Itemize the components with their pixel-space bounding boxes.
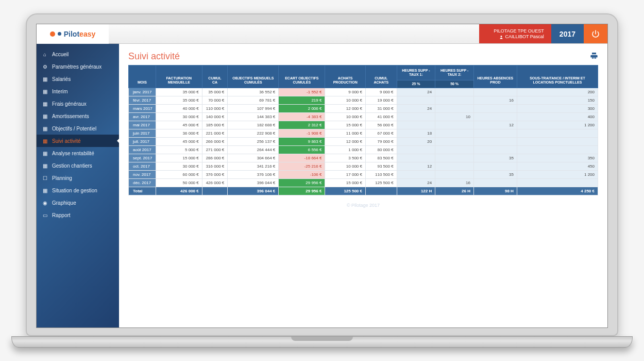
sidebar-item-gestion-chantiers[interactable]: ▦Gestion chantiers (37, 159, 119, 172)
year-selector[interactable]: 2017 (551, 24, 584, 43)
table-row[interactable]: mars 201740 000 €110 000 €107 994 €2 006… (129, 105, 598, 113)
grid-icon: ▦ (42, 88, 48, 94)
table-row[interactable]: avr. 201730 000 €140 000 €144 383 €-4 38… (129, 113, 598, 121)
cell-mois: oct. 2017 (129, 162, 156, 171)
sidebar-item-label: Interim (52, 89, 68, 94)
cell-sous-traitance: 1 200 (517, 121, 598, 129)
cell-mois: nov. 2017 (129, 171, 156, 179)
sidebar-item-situation-gestion[interactable]: ▦Situation de gestion (37, 184, 119, 196)
sidebar-item-frais-generaux[interactable]: ▦Frais généraux (37, 97, 119, 110)
col-sous-traitance[interactable]: SOUS-TRAITANCE / INTERIM ET LOCATIONS PO… (517, 65, 598, 88)
sidebar-item-analyse-rentabilite[interactable]: ▦Analyse rentabilité (37, 147, 119, 159)
grid-icon: ▦ (42, 162, 48, 169)
sidebar-item-graphique[interactable]: ◉Graphique (37, 196, 119, 209)
table-row[interactable]: févr. 201735 000 €70 000 €69 781 €219 €1… (129, 96, 598, 105)
cell-cumul-achats (365, 187, 397, 195)
cell-facturation: 36 000 € (156, 129, 202, 138)
sidebar-item-rapport[interactable]: ▭Rapport (37, 209, 119, 221)
cell-ecart: 9 863 € (279, 138, 325, 146)
cell-objectifs: 69 781 € (228, 96, 279, 105)
cell-objectifs: 396 044 € (228, 179, 279, 187)
col-heures-supp-2[interactable]: HEURES SUPP - TAUX 2: (435, 65, 474, 80)
org-name: PILOTAGE TPE OUEST (486, 28, 544, 34)
cell-facturation: 30 000 € (156, 113, 202, 121)
sidebar-item-salaries[interactable]: ▦Salariés (37, 73, 119, 85)
cell-objectifs: 107 994 € (228, 105, 279, 113)
print-button[interactable] (590, 52, 598, 62)
logout-button[interactable] (584, 24, 607, 43)
table-row[interactable]: juil. 201745 000 €266 000 €256 137 €9 86… (129, 138, 598, 146)
cell-cumul-ca: 35 000 € (202, 88, 228, 96)
table-row[interactable]: déc. 201750 000 €426 000 €396 044 €29 95… (129, 179, 598, 187)
sidebar-item-objectifs-potentiel[interactable]: ▦Objectifs / Potentiel (37, 122, 119, 135)
col-mois[interactable]: MOIS (129, 65, 156, 88)
sidebar-item-label: Graphique (52, 200, 76, 206)
globe-icon: ◉ (42, 200, 48, 206)
cell-achats: 15 000 € (325, 179, 366, 187)
sidebar-item-amortissements[interactable]: ▦Amortissements (37, 110, 119, 122)
cell-objectifs: 36 552 € (228, 88, 279, 96)
sidebar-item-parametres-generaux[interactable]: ⚙Paramètres généraux (37, 60, 119, 73)
cell-achats: 10 000 € (325, 96, 366, 105)
cell-cumul-ca: 266 000 € (202, 138, 228, 146)
cell-achats: 12 000 € (325, 138, 366, 146)
cell-ecart: 29 956 € (279, 179, 325, 187)
table-row[interactable]: mai 201745 000 €185 000 €182 688 €2 312 … (129, 121, 598, 129)
table-row[interactable]: janv. 201735 000 €35 000 €36 552 €-1 552… (129, 88, 598, 96)
table-row[interactable]: nov. 201760 000 €376 000 €376 106 €-106 … (129, 171, 598, 179)
user-icon (499, 35, 503, 39)
cell-heures-absences (473, 105, 517, 113)
sidebar-item-interim[interactable]: ▦Interim (37, 85, 119, 97)
cell-ecart: -4 383 € (279, 113, 325, 121)
sidebar-item-accueil[interactable]: ⌂Accueil (37, 48, 119, 60)
col-achats[interactable]: ACHATS PRODUCTION (325, 65, 366, 88)
cell-cumul-ca: 221 000 € (202, 129, 228, 138)
sidebar-item-planning[interactable]: ☐Planning (37, 172, 119, 184)
subhead-taux1: 25 % (397, 80, 435, 88)
subhead-taux2: 50 % (435, 80, 474, 88)
table-wrap: MOIS FACTURATION MENSUELLE CUMUL CA OBJE… (119, 65, 607, 200)
table-row-total[interactable]: Total426 000 €396 044 €29 956 €125 500 €… (129, 187, 598, 195)
cell-heures-absences (473, 179, 517, 187)
col-heures-absences[interactable]: HEURES ABSENCES PROD (473, 65, 517, 88)
grid-icon: ▦ (42, 113, 48, 119)
col-cumul-achats[interactable]: CUMUL ACHATS (365, 65, 397, 88)
grid-icon: ▦ (42, 187, 48, 193)
cell-mois: sept. 2017 (129, 154, 156, 162)
cell-achats: 10 000 € (325, 162, 366, 171)
cell-cumul-achats: 56 000 € (365, 121, 397, 129)
table-row[interactable]: juin 201736 000 €221 000 €222 908 €-1 90… (129, 129, 598, 138)
cell-mois: mars 2017 (129, 105, 156, 113)
cell-heures-supp-2: 10 (435, 113, 474, 121)
cell-heures-supp-1: 18 (397, 129, 435, 138)
cell-facturation: 60 000 € (156, 171, 202, 179)
gears-icon: ⚙ (42, 63, 48, 70)
cell-cumul-achats: 79 000 € (365, 138, 397, 146)
cell-cumul-achats: 93 500 € (365, 162, 397, 171)
activity-table: MOIS FACTURATION MENSUELLE CUMUL CA OBJE… (128, 65, 598, 195)
main-panel: Suivi activité MOIS FACTURATION MENSUELL… (119, 44, 607, 327)
table-row[interactable]: oct. 201730 000 €316 000 €341 216 €-25 2… (129, 162, 598, 171)
cell-heures-supp-1 (397, 154, 435, 162)
cell-objectifs: 264 444 € (228, 146, 279, 154)
col-cumul-ca[interactable]: CUMUL CA (202, 65, 228, 88)
cell-heures-supp-2 (435, 171, 474, 179)
cell-cumul-achats: 31 000 € (365, 105, 397, 113)
col-ecart[interactable]: ECART OBJECTIFS CUMULÉS (279, 65, 325, 88)
cell-heures-supp-1: 24 (397, 179, 435, 187)
col-objectifs[interactable]: OBJECTIFS MENSUELS CUMULÉS (228, 65, 279, 88)
app-logo[interactable]: Piloteasy (37, 24, 109, 44)
power-icon (591, 29, 600, 39)
org-user-box[interactable]: PILOTAGE TPE OUEST CAILLIBOT Pascal (479, 24, 551, 43)
cell-ecart: -1 552 € (279, 88, 325, 96)
sidebar-item-suivi-activite[interactable]: ▦Suivi activité (37, 135, 119, 147)
cell-objectifs: 256 137 € (228, 138, 279, 146)
table-body: janv. 201735 000 €35 000 €36 552 €-1 552… (129, 88, 598, 195)
cell-heures-supp-1: 24 (397, 105, 435, 113)
col-heures-supp-1[interactable]: HEURES SUPP - TAUX 1: (397, 65, 435, 80)
table-row[interactable]: août 20175 000 €271 000 €264 444 €6 556 … (129, 146, 598, 154)
col-facturation[interactable]: FACTURATION MENSUELLE (156, 65, 202, 88)
cell-mois: août 2017 (129, 146, 156, 154)
table-row[interactable]: sept. 201715 000 €286 000 €304 664 €-18 … (129, 154, 598, 162)
cell-heures-absences (473, 146, 517, 154)
